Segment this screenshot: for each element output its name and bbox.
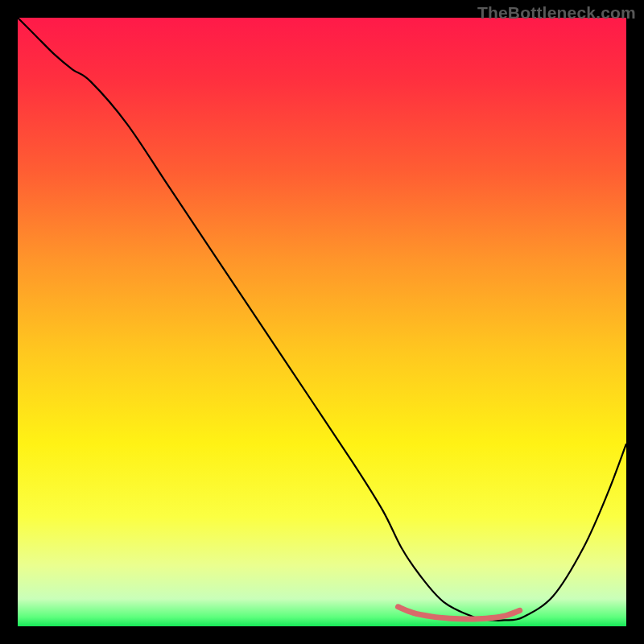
chart-background-gradient bbox=[18, 18, 626, 626]
chart-plot-area bbox=[18, 18, 626, 626]
watermark-text: TheBottleneck.com bbox=[477, 3, 636, 23]
bottleneck-chart bbox=[18, 18, 626, 626]
